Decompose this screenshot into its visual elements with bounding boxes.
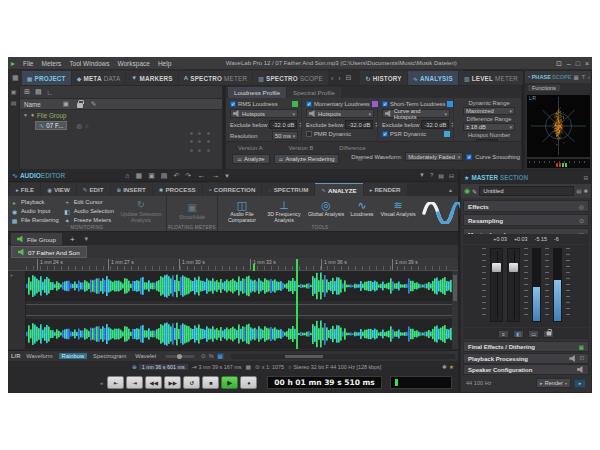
analyze-button[interactable]: ⚌ Analyze xyxy=(232,154,270,164)
tab-markers[interactable]: ▼MARKERS xyxy=(126,71,177,85)
grid-icon[interactable]: ▦ xyxy=(136,172,143,180)
loudness-tool[interactable]: ∿ Loudness xyxy=(347,198,377,224)
shortterm-mode-dropdown[interactable]: Curve and Hotspots ▾ xyxy=(382,109,450,118)
file-group-tab[interactable]: File Group xyxy=(11,233,62,245)
dimmed-waveform-dropdown[interactable]: Moderately Faded ▾ xyxy=(405,152,463,161)
difference-range-dropdown[interactable]: ± 18 dB ▾ xyxy=(463,123,515,131)
nav-forward-icon[interactable]: → xyxy=(211,172,219,180)
link-channels-icon[interactable]: ◧ xyxy=(513,330,524,338)
audio-format[interactable]: Stereo 32 bit F 44 100 Hz [128 kbps] xyxy=(293,364,381,370)
edit-cursor-item[interactable]: + Edit Cursor xyxy=(64,198,114,206)
effects-section[interactable]: Effects ◎ xyxy=(463,200,589,212)
ribbon-collapse-icon[interactable]: ▴ xyxy=(449,186,456,193)
momentary-color-swatch[interactable] xyxy=(372,101,378,107)
layout-icon[interactable]: ⊡ xyxy=(556,60,562,67)
psr-color-swatch[interactable] xyxy=(444,131,450,137)
tab-overflow-icon[interactable]: ⊟ xyxy=(344,74,354,82)
version-b-label[interactable]: Version B xyxy=(289,145,314,151)
record-button[interactable]: ● xyxy=(240,376,257,389)
difference-label[interactable]: Difference xyxy=(339,145,365,151)
tab-list-icon[interactable]: ▾ xyxy=(83,235,91,243)
dock-tab-icon[interactable]: ▣ xyxy=(11,88,17,95)
tab-prev-icon[interactable]: ‹ xyxy=(329,75,335,82)
minimize-icon[interactable]: – xyxy=(567,60,571,67)
dock-icon[interactable]: ▦ xyxy=(10,74,21,82)
gutter-zoom-icon[interactable]: + xyxy=(10,272,13,278)
mode-wavelet[interactable]: Wavelet xyxy=(132,353,159,359)
monitor-output-button[interactable]: ▸ xyxy=(574,379,586,388)
fader-menu-icon[interactable]: ≡ xyxy=(498,330,509,338)
resize-icon[interactable]: ⊞ xyxy=(24,88,30,96)
global-analysis-tool[interactable]: ◎ Global Analysis xyxy=(305,198,347,224)
zoom-factor[interactable]: x 1: 1075 xyxy=(262,364,284,370)
momentary-mode-dropdown[interactable]: Hotspots ▾ xyxy=(306,109,374,118)
mode-waveform[interactable]: Waveform xyxy=(23,353,55,359)
curve-smoothing-checkbox[interactable]: ✓ xyxy=(466,154,472,160)
cursor-time[interactable]: 1 mn 36 s 601 ms xyxy=(139,364,188,370)
render-button[interactable]: ▸ Render ▾ xyxy=(536,378,571,388)
ribbon-tab-edit[interactable]: ✎EDIT xyxy=(77,183,110,196)
home-icon[interactable]: ⌂ xyxy=(125,172,129,180)
loop-button[interactable]: ↺ xyxy=(183,376,200,389)
waveform-left-channel[interactable] xyxy=(26,271,452,301)
menu-item-tool-windows[interactable]: Tool Windows xyxy=(65,60,113,67)
tab-next-icon[interactable]: › xyxy=(336,75,342,82)
audio-selection-item[interactable]: ◧ Audio Selection xyxy=(64,207,114,215)
momentary-checkbox[interactable]: ✓ xyxy=(306,101,312,107)
power-icon[interactable]: ◉ xyxy=(464,187,470,195)
channel-mode-label[interactable]: L/R xyxy=(11,353,20,359)
spinner-icon[interactable]: ▴▾ xyxy=(375,122,377,128)
file-group-row[interactable]: ▼ ♦ File Group xyxy=(20,110,222,120)
menu-item-meters[interactable]: Meters xyxy=(38,60,66,67)
playback-processing-section[interactable]: Playback Processing ⊡ xyxy=(463,353,589,364)
spinner-icon[interactable]: ▴▾ xyxy=(299,122,301,128)
rms-checkbox[interactable]: ✓ xyxy=(230,101,236,107)
shortterm-checkbox[interactable]: ✓ xyxy=(382,101,388,107)
path-icon[interactable]: ∟ xyxy=(47,89,54,96)
tab-loudness-profile[interactable]: Loudness Profile xyxy=(228,87,286,98)
menu-item-file[interactable]: File xyxy=(19,60,37,67)
nav-back-icon[interactable]: ← xyxy=(197,172,205,180)
ribbon-tab-insert[interactable]: ⊕INSERT xyxy=(111,183,152,196)
tab-metadata[interactable]: ◆METADATA xyxy=(72,71,126,85)
master-menu-icon[interactable]: ⊟ xyxy=(583,175,588,181)
preset-gear-icon[interactable]: ✱ xyxy=(583,188,588,194)
file-item-row[interactable]: ∿ 07 F... ◎ ○ xyxy=(20,120,222,130)
file-item[interactable]: ∿ 07 F... xyxy=(35,121,67,130)
shortterm-exclude-value[interactable]: -32.0 dB xyxy=(421,120,449,129)
help-icon[interactable]: ? xyxy=(430,172,433,179)
menu-item-help[interactable]: Help xyxy=(154,60,175,67)
folder-icon[interactable]: ▤ xyxy=(161,172,168,180)
rms-color-swatch[interactable] xyxy=(292,101,298,107)
psr-checkbox[interactable]: ✓ xyxy=(382,131,388,137)
frequency-analysis-tool[interactable]: ⊥ 3D Frequency Analysis xyxy=(263,198,305,224)
undo-icon[interactable]: ↶ xyxy=(173,172,179,180)
panels-icon[interactable]: ▣ xyxy=(148,172,155,180)
view-menu-icon[interactable]: ▼ xyxy=(419,172,425,179)
resampling-section[interactable]: Resampling ⊙ xyxy=(463,214,589,226)
grid-status-icon[interactable]: ▦ xyxy=(245,364,250,370)
tab-project[interactable]: ▦PROJECT xyxy=(22,71,71,85)
tab-spectroscope[interactable]: ▥SPECTROSCOPE xyxy=(253,71,328,85)
tab-history[interactable]: ↻HISTORY xyxy=(360,71,406,85)
favorite-icon[interactable]: ★ xyxy=(449,364,454,370)
dynamic-range-dropdown[interactable]: Maximized ▾ xyxy=(463,107,515,115)
phasescope-grid-icon[interactable]: ▦ xyxy=(573,74,580,80)
add-tab-button[interactable]: + xyxy=(66,235,79,244)
audio-file-comparator-tool[interactable]: ◫ Audio File Comparator xyxy=(221,198,263,224)
momentary-exclude-value[interactable]: -32.0 dB xyxy=(345,120,373,129)
pmr-checkbox[interactable]: ✓ xyxy=(306,131,312,137)
reset-zoom-icon[interactable]: ⊙ xyxy=(201,353,206,359)
maximize-icon[interactable]: □ xyxy=(576,60,580,67)
analyze-rendering-button[interactable]: ⚌ Analyze Rendering xyxy=(274,154,340,164)
visual-analysis-tool[interactable]: ≋ Visual Analysis xyxy=(377,198,419,224)
rms-mode-dropdown[interactable]: Hotspots ▾ xyxy=(230,109,298,118)
play-button[interactable]: ▶ xyxy=(221,376,238,389)
tab-spectrometer[interactable]: ASPECTROMETER xyxy=(179,71,252,85)
zoom-slider[interactable] xyxy=(165,355,195,358)
transport-collapse-icon[interactable]: « xyxy=(100,380,103,386)
fader-left[interactable] xyxy=(490,248,503,322)
resampling-icon[interactable]: ⊙ xyxy=(579,217,584,224)
ribbon-tab-correction[interactable]: ≈CORRECTION xyxy=(203,183,262,196)
tab-analysis[interactable]: ∿ANALYSIS xyxy=(408,71,458,85)
